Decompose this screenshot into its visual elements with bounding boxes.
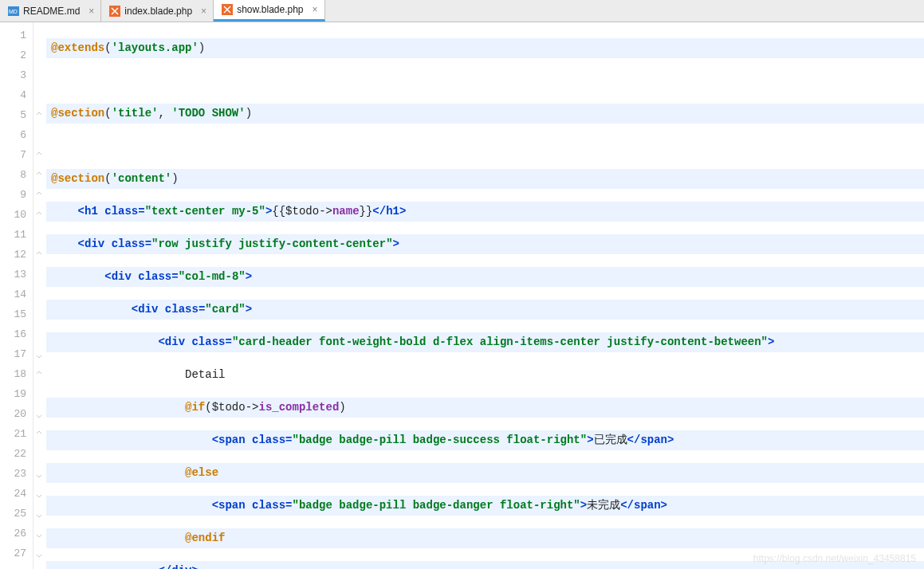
tab-show[interactable]: show.blade.php × <box>214 0 324 22</box>
tab-index[interactable]: index.blade.php × <box>101 0 214 22</box>
markdown-icon: MD <box>8 6 19 17</box>
close-icon[interactable]: × <box>313 4 318 15</box>
editor-area[interactable]: 12345 678910 1112131415 1617181920 21222… <box>0 22 924 569</box>
fold-gutter <box>33 22 46 569</box>
close-icon[interactable]: × <box>88 6 94 17</box>
tab-label: README.md <box>23 6 80 17</box>
close-icon[interactable]: × <box>201 6 206 17</box>
line-number-gutter: 12345 678910 1112131415 1617181920 21222… <box>0 22 33 569</box>
tab-label: show.blade.php <box>237 4 303 15</box>
svg-text:MD: MD <box>9 9 18 14</box>
tab-bar: MD README.md × index.blade.php × show.bl… <box>0 0 924 22</box>
tab-readme[interactable]: MD README.md × <box>0 0 101 22</box>
blade-icon <box>222 4 233 15</box>
tab-label: index.blade.php <box>124 6 192 17</box>
blade-icon <box>109 6 120 17</box>
code-content[interactable]: @extends('layouts.app') @section('title'… <box>46 22 924 569</box>
